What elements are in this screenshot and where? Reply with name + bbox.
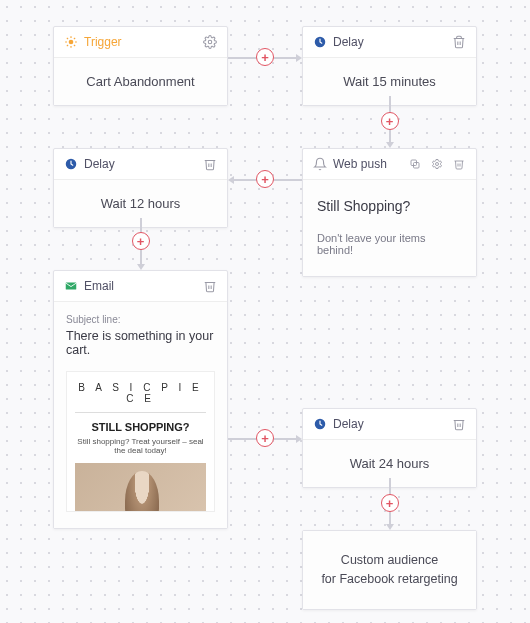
node-body: Custom audience for Facebook retargeting	[303, 531, 476, 609]
node-header: Email	[54, 271, 227, 302]
node-header: Delay	[303, 27, 476, 58]
trash-icon[interactable]	[203, 279, 217, 293]
clock-icon	[313, 35, 327, 49]
svg-line-5	[67, 38, 68, 39]
add-step-button[interactable]: +	[381, 494, 399, 512]
add-step-button[interactable]: +	[381, 112, 399, 130]
node-delay-12h[interactable]: Delay Wait 12 hours	[53, 148, 228, 228]
audience-line1: Custom audience	[313, 551, 466, 570]
trash-icon[interactable]	[452, 35, 466, 49]
add-step-button[interactable]: +	[256, 170, 274, 188]
add-step-button[interactable]: +	[256, 429, 274, 447]
node-email[interactable]: Email Subject line: There is something i…	[53, 270, 228, 529]
arrow-icon	[386, 524, 394, 530]
clock-icon	[64, 157, 78, 171]
node-delay-15min[interactable]: Delay Wait 15 minutes	[302, 26, 477, 106]
arrow-icon	[296, 54, 302, 62]
sun-icon	[64, 35, 78, 49]
node-type-label: Email	[84, 279, 197, 293]
node-body: Still Shopping? Don't leave your items b…	[303, 180, 476, 276]
node-delay-24h[interactable]: Delay Wait 24 hours	[302, 408, 477, 488]
webpush-headline: Still Shopping?	[317, 198, 462, 214]
copy-icon[interactable]	[408, 157, 422, 171]
node-type-label: Delay	[84, 157, 197, 171]
gear-icon[interactable]	[430, 157, 444, 171]
svg-point-0	[69, 40, 74, 45]
add-step-button[interactable]: +	[132, 232, 150, 250]
node-body: Cart Abandonment	[54, 58, 227, 105]
arrow-icon	[137, 264, 145, 270]
webpush-subtext: Don't leave your items behind!	[317, 232, 462, 256]
node-header: Web push	[303, 149, 476, 180]
audience-line2: for Facebook retargeting	[313, 570, 466, 589]
add-step-button[interactable]: +	[256, 48, 274, 66]
preview-tagline: Still shopping? Treat yourself – seal th…	[75, 437, 206, 455]
node-header: Trigger	[54, 27, 227, 58]
svg-point-9	[208, 40, 212, 44]
arrow-icon	[228, 176, 234, 184]
trash-icon[interactable]	[452, 157, 466, 171]
svg-line-6	[74, 45, 75, 46]
node-header: Delay	[54, 149, 227, 180]
preview-brand: B A S I C P I E C E	[75, 382, 206, 404]
svg-line-8	[74, 38, 75, 39]
node-audience[interactable]: Custom audience for Facebook retargeting	[302, 530, 477, 610]
svg-line-7	[67, 45, 68, 46]
node-body: Subject line: There is something in your…	[54, 302, 227, 528]
subject-label: Subject line:	[66, 314, 215, 325]
trash-icon[interactable]	[203, 157, 217, 171]
arrow-icon	[296, 435, 302, 443]
node-trigger[interactable]: Trigger Cart Abandonment	[53, 26, 228, 106]
subject-text: There is something in your cart.	[66, 329, 215, 357]
preview-image	[75, 463, 206, 511]
svg-point-13	[436, 163, 439, 166]
bell-icon	[313, 157, 327, 171]
node-type-label: Delay	[333, 35, 446, 49]
node-header: Delay	[303, 409, 476, 440]
preview-heading: STILL SHOPPING?	[75, 421, 206, 433]
node-webpush[interactable]: Web push Still Shopping? Don't leave you…	[302, 148, 477, 277]
divider	[75, 412, 206, 413]
node-type-label: Delay	[333, 417, 446, 431]
workflow-canvas: Trigger Cart Abandonment Delay Wait 15 m…	[0, 0, 530, 623]
svg-rect-15	[66, 283, 77, 290]
gear-icon[interactable]	[203, 35, 217, 49]
email-preview: B A S I C P I E C E STILL SHOPPING? Stil…	[66, 371, 215, 512]
envelope-icon	[64, 279, 78, 293]
node-type-label: Trigger	[84, 35, 197, 49]
clock-icon	[313, 417, 327, 431]
arrow-icon	[386, 142, 394, 148]
node-type-label: Web push	[333, 157, 402, 171]
trash-icon[interactable]	[452, 417, 466, 431]
